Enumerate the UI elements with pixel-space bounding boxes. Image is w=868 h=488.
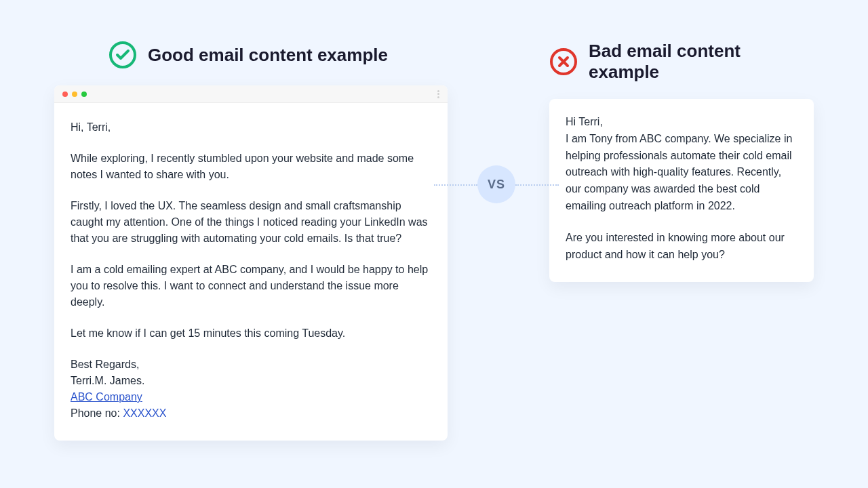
bad-email-card: Hi Terri, I am Tony from ABC company. We… (549, 99, 814, 282)
good-signature-name: Terri.M. James. (71, 373, 431, 389)
good-signoff: Best Regards, (71, 357, 431, 373)
company-link[interactable]: ABC Company (71, 391, 142, 403)
vs-dotted-line-right (515, 184, 559, 186)
bad-email-body: Hi Terri, I am Tony from ABC company. We… (549, 99, 814, 282)
bad-column: Bad email content example Hi Terri, I am… (549, 41, 814, 282)
good-para-4: Let me know if I can get 15 minutes this… (71, 325, 431, 342)
good-column: Good email content example Hi, Terri, Wh… (54, 41, 448, 441)
bad-para-1: I am Tony from ABC company. We specializ… (566, 131, 797, 215)
bad-para-2: Are you interested in knowing more about… (566, 230, 797, 264)
check-circle-icon (108, 41, 137, 69)
vs-dotted-line-left (434, 184, 477, 186)
good-heading: Good email content example (108, 41, 448, 69)
window-chrome (54, 85, 448, 103)
bad-heading: Bad email content example (549, 41, 814, 83)
good-email-body: Hi, Terri, While exploring, I recently s… (54, 103, 448, 441)
phone-label: Phone no: (71, 407, 123, 419)
kebab-icon (437, 90, 439, 98)
good-phone-line: Phone no: XXXXXX (71, 405, 431, 422)
bad-greeting: Hi Terri, (566, 114, 797, 131)
good-para-1: While exploring, I recently stumbled upo… (71, 150, 431, 183)
good-greeting: Hi, Terri, (71, 119, 431, 136)
good-para-3: I am a cold emailing expert at ABC compa… (71, 262, 431, 310)
traffic-light-zoom-icon (81, 92, 87, 97)
good-heading-text: Good email content example (148, 45, 388, 66)
comparison-canvas: Good email content example Hi, Terri, Wh… (0, 0, 868, 488)
good-para-2: Firstly, I loved the UX. The seamless de… (71, 198, 431, 247)
x-circle-icon (549, 47, 578, 76)
vs-separator: VS (477, 165, 515, 203)
traffic-light-close-icon (62, 92, 68, 97)
good-email-card: Hi, Terri, While exploring, I recently s… (54, 85, 448, 441)
phone-value: XXXXXX (123, 407, 166, 419)
vs-badge: VS (477, 165, 515, 203)
bad-heading-text: Bad email content example (589, 41, 814, 83)
traffic-light-minimize-icon (72, 92, 77, 97)
